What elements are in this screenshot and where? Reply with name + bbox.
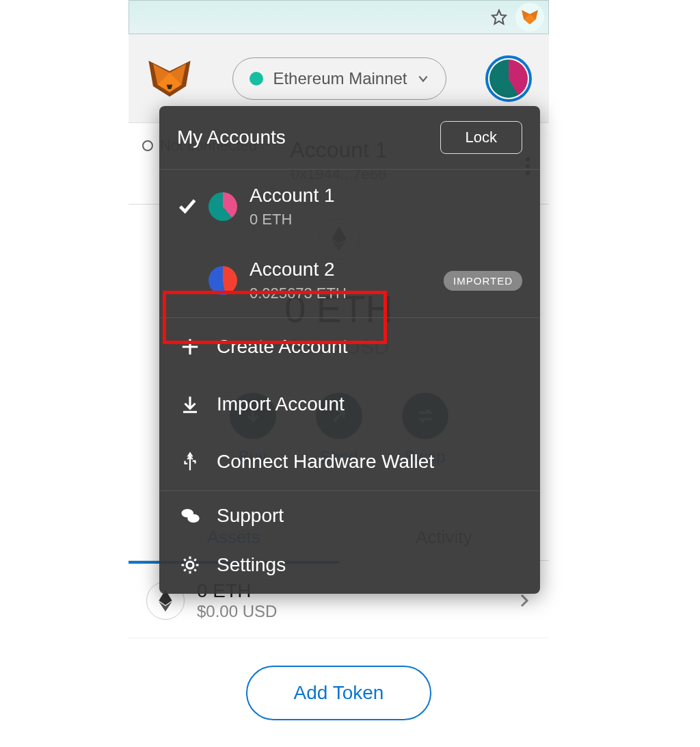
svg-point-12 <box>187 514 200 523</box>
network-name: Ethereum Mainnet <box>273 69 407 88</box>
account-item-name: Account 1 <box>250 185 335 207</box>
import-icon <box>180 394 200 415</box>
account-item-balance: 0.025673 ETH <box>250 285 347 302</box>
account-avatar-icon <box>208 192 237 221</box>
svg-point-13 <box>187 562 193 568</box>
connection-status-icon <box>142 140 153 151</box>
account-item-2[interactable]: Account 2 0.025673 ETH IMPORTED <box>159 244 540 317</box>
settings-menu-item[interactable]: Settings <box>159 540 540 594</box>
metamask-extension-icon[interactable] <box>515 3 544 31</box>
svg-marker-0 <box>492 10 506 24</box>
connect-hardware-menu-item[interactable]: Connect Hardware Wallet <box>159 433 540 490</box>
chat-icon <box>180 506 200 526</box>
usb-icon <box>180 451 200 472</box>
chevron-down-icon <box>417 73 429 85</box>
import-account-menu-item[interactable]: Import Account <box>159 376 540 433</box>
account-avatar-button[interactable] <box>485 55 532 102</box>
gear-icon <box>180 555 200 575</box>
account-item-name: Account 2 <box>250 259 347 280</box>
account-avatar-icon <box>489 60 528 98</box>
create-account-menu-item[interactable]: Create Account <box>159 318 540 376</box>
accounts-dropdown: My Accounts Lock Account 1 0 ETH Account… <box>159 106 540 594</box>
account-item-balance: 0 ETH <box>250 211 335 228</box>
chevron-right-icon <box>519 592 530 609</box>
account-avatar-icon <box>208 266 237 295</box>
browser-omnibox <box>129 0 549 34</box>
dropdown-title: My Accounts <box>177 127 286 148</box>
plus-icon <box>180 337 200 357</box>
checkmark-icon <box>177 196 196 217</box>
token-fiat: $0.00 USD <box>197 602 277 621</box>
lock-button[interactable]: Lock <box>440 121 522 154</box>
account-item-1[interactable]: Account 1 0 ETH <box>159 170 540 244</box>
network-status-dot-icon <box>250 72 263 86</box>
bookmark-star-icon[interactable] <box>489 8 509 27</box>
add-token-button[interactable]: Add Token <box>246 666 432 720</box>
metamask-logo-icon <box>146 55 193 103</box>
support-menu-item[interactable]: Support <box>159 491 540 540</box>
network-selector[interactable]: Ethereum Mainnet <box>232 57 446 100</box>
imported-badge: IMPORTED <box>444 271 522 291</box>
